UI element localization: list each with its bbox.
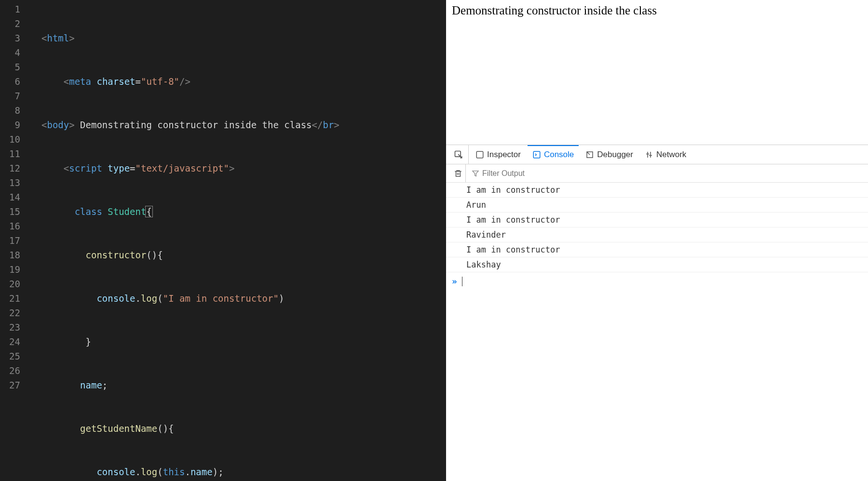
devtools-panel: Inspector Console Debugger Network — [446, 145, 868, 481]
line-number: 24 — [0, 334, 29, 349]
console-log-row: I am in constructor — [446, 242, 868, 257]
tab-console[interactable]: Console — [528, 145, 579, 164]
rendered-page: Demonstrating constructor inside the cla… — [446, 0, 868, 145]
line-number: 14 — [0, 190, 29, 204]
devtools-tabs: Inspector Console Debugger Network — [446, 145, 868, 164]
line-number: 9 — [0, 118, 29, 132]
line-number: 16 — [0, 219, 29, 233]
code-line[interactable]: name; — [29, 378, 446, 392]
line-number: 23 — [0, 320, 29, 334]
code-content[interactable]: <html> <meta charset="utf-8"/> <body> De… — [29, 0, 446, 481]
filter-input[interactable] — [482, 169, 863, 178]
console-log-row: Lakshay — [446, 257, 868, 272]
line-number: 22 — [0, 306, 29, 320]
tab-label: Network — [656, 150, 686, 160]
code-line[interactable]: class Student{ — [29, 204, 446, 219]
line-number: 13 — [0, 175, 29, 190]
line-number: 17 — [0, 233, 29, 248]
code-line[interactable]: getStudentName(){ — [29, 421, 446, 436]
inspector-icon — [475, 150, 484, 159]
line-number: 19 — [0, 262, 29, 277]
line-number: 6 — [0, 74, 29, 89]
code-line[interactable]: <body> Demonstrating constructor inside … — [29, 118, 446, 132]
line-number: 11 — [0, 147, 29, 161]
code-line[interactable]: console.log("I am in constructor") — [29, 291, 446, 306]
console-output: I am in constructor Arun I am in constru… — [446, 183, 868, 481]
code-line[interactable]: <meta charset="utf-8"/> — [29, 74, 446, 89]
clear-console-button[interactable] — [451, 164, 466, 182]
line-number: 26 — [0, 363, 29, 378]
line-number: 18 — [0, 248, 29, 262]
console-input-row[interactable]: » — [446, 272, 868, 290]
filter-icon — [472, 170, 479, 177]
tab-label: Inspector — [487, 150, 521, 160]
line-number: 2 — [0, 16, 29, 31]
console-log-row: Ravinder — [446, 227, 868, 242]
pointer-icon — [454, 150, 463, 160]
console-cursor — [462, 277, 462, 286]
tab-inspector[interactable]: Inspector — [471, 145, 526, 164]
trash-icon — [454, 169, 462, 178]
debugger-icon — [585, 150, 594, 159]
line-number-gutter: 1 2 3 4 5 6 7 8 9 10 11 12 13 14 15 16 1… — [0, 0, 29, 481]
console-icon — [532, 150, 541, 159]
code-line[interactable]: constructor(){ — [29, 248, 446, 262]
console-prompt-icon: » — [452, 276, 457, 286]
tab-label: Debugger — [597, 150, 633, 160]
line-number: 15 — [0, 204, 29, 219]
tab-network[interactable]: Network — [640, 145, 691, 164]
tab-label: Console — [544, 150, 574, 160]
code-line[interactable]: } — [29, 334, 446, 349]
code-line[interactable]: console.log(this.name); — [29, 465, 446, 479]
console-log-row: I am in constructor — [446, 213, 868, 227]
line-number: 20 — [0, 277, 29, 291]
filter-wrap — [472, 169, 863, 178]
browser-pane: Demonstrating constructor inside the cla… — [446, 0, 868, 481]
line-number: 1 — [0, 2, 29, 16]
line-number: 8 — [0, 103, 29, 118]
line-number: 27 — [0, 378, 29, 392]
line-number: 25 — [0, 349, 29, 363]
line-number: 7 — [0, 89, 29, 103]
line-number: 12 — [0, 161, 29, 175]
code-line[interactable]: <script type="text/javascript"> — [29, 161, 446, 175]
line-number: 10 — [0, 132, 29, 147]
element-picker-button[interactable] — [449, 145, 469, 164]
line-number: 21 — [0, 291, 29, 306]
svg-rect-1 — [476, 151, 483, 158]
tab-debugger[interactable]: Debugger — [581, 145, 638, 164]
console-log-row: I am in constructor — [446, 183, 868, 198]
console-toolbar — [446, 164, 868, 183]
code-line[interactable]: <html> — [29, 31, 446, 45]
line-number: 4 — [0, 45, 29, 60]
console-log-row: Arun — [446, 198, 868, 213]
line-number: 3 — [0, 31, 29, 45]
line-number: 5 — [0, 60, 29, 74]
code-editor-pane: 1 2 3 4 5 6 7 8 9 10 11 12 13 14 15 16 1… — [0, 0, 446, 481]
page-text: Demonstrating constructor inside the cla… — [452, 4, 657, 17]
network-icon — [645, 150, 653, 159]
